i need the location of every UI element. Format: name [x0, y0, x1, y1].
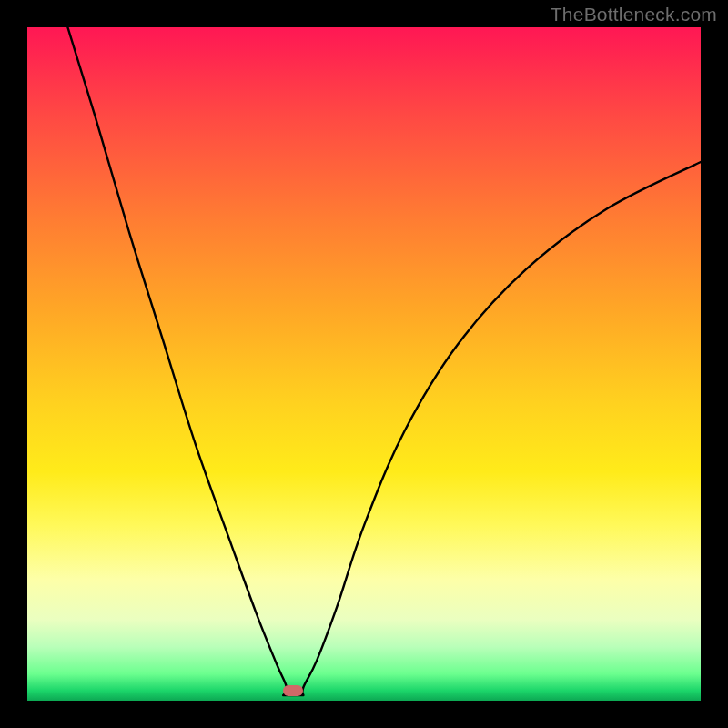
chart-frame: TheBottleneck.com: [0, 0, 728, 728]
watermark-text: TheBottleneck.com: [551, 4, 717, 25]
curve-svg: [27, 27, 701, 701]
optimum-marker: [283, 685, 303, 696]
bottleneck-curve: [67, 27, 701, 695]
plot-area: [27, 27, 701, 701]
